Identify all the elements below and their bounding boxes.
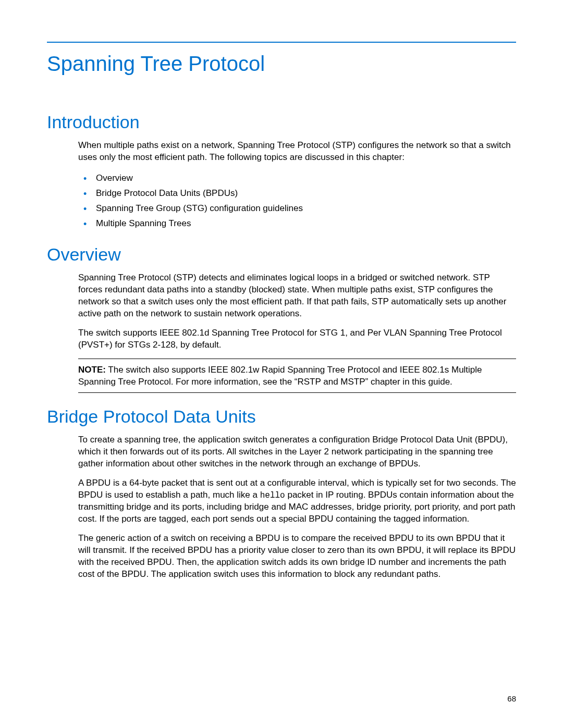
overview-paragraph-1: Spanning Tree Protocol (STP) detects and…	[78, 272, 516, 320]
section-heading-overview: Overview	[47, 244, 516, 265]
note-label: NOTE:	[78, 365, 106, 375]
note-text: NOTE: The switch also supports IEEE 802.…	[78, 364, 516, 388]
bpdu-paragraph-2: A BPDU is a 64-byte packet that is sent …	[78, 477, 516, 525]
list-item: Spanning Tree Group (STG) configuration …	[78, 201, 516, 216]
bpdu-body: To create a spanning tree, the applicati…	[78, 434, 516, 581]
list-item: Overview	[78, 171, 516, 186]
overview-body: Spanning Tree Protocol (STP) detects and…	[78, 272, 516, 393]
section-heading-bpdu: Bridge Protocol Data Units	[47, 406, 516, 427]
section-heading-introduction: Introduction	[47, 112, 516, 132]
document-title: Spanning Tree Protocol	[47, 52, 516, 76]
bpdu-paragraph-3: The generic action of a switch on receiv…	[78, 533, 516, 581]
document-page: Spanning Tree Protocol Introduction When…	[0, 0, 563, 728]
top-rule	[47, 42, 516, 43]
note-body: The switch also supports IEEE 802.1w Rap…	[78, 365, 482, 387]
note-box: NOTE: The switch also supports IEEE 802.…	[78, 359, 516, 393]
bpdu-paragraph-1: To create a spanning tree, the applicati…	[78, 434, 516, 470]
introduction-paragraph: When multiple paths exist on a network, …	[78, 140, 516, 164]
page-number: 68	[507, 694, 516, 703]
list-item: Bridge Protocol Data Units (BPDUs)	[78, 186, 516, 201]
topic-list: Overview Bridge Protocol Data Units (BPD…	[78, 171, 516, 231]
bpdu-p2-mono: hello	[260, 491, 285, 500]
overview-paragraph-2: The switch supports IEEE 802.1d Spanning…	[78, 327, 516, 351]
list-item: Multiple Spanning Trees	[78, 216, 516, 231]
introduction-body: When multiple paths exist on a network, …	[78, 140, 516, 231]
